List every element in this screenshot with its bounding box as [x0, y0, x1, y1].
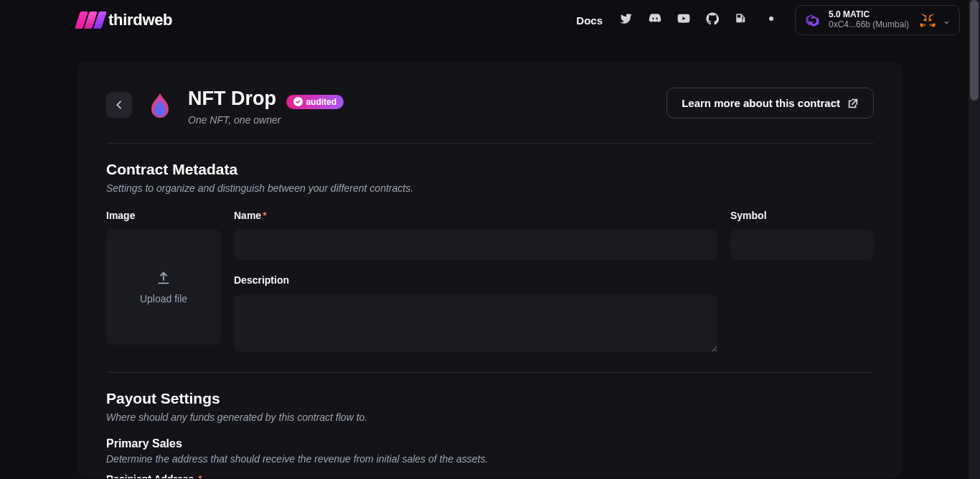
- title-row: NFT Drop audited One NFT, one owner Lear…: [106, 88, 874, 126]
- wallet-balance: 5.0 MATIC: [829, 10, 913, 20]
- description-label: Description: [234, 274, 717, 286]
- title-info: NFT Drop audited One NFT, one owner: [188, 88, 344, 126]
- check-icon: [293, 97, 303, 106]
- divider: [106, 143, 874, 144]
- metamask-icon: [920, 12, 936, 28]
- symbol-input[interactable]: [730, 230, 874, 260]
- audited-label: audited: [306, 97, 336, 107]
- discord-icon[interactable]: [649, 12, 661, 28]
- learn-more-button[interactable]: Learn more about this contract: [666, 88, 874, 118]
- symbol-label: Symbol: [730, 210, 874, 221]
- name-input[interactable]: [234, 230, 717, 260]
- upload-icon: [156, 270, 171, 286]
- symbol-column: Symbol: [730, 210, 874, 355]
- primary-sales-block: Primary Sales Determine the address that…: [106, 437, 874, 478]
- scrollbar-thumb[interactable]: [970, 0, 979, 101]
- image-column: Image Upload file: [106, 210, 221, 355]
- upload-label: Upload file: [140, 293, 187, 304]
- audited-badge: audited: [286, 95, 344, 109]
- metadata-heading: Contract Metadata: [106, 161, 874, 178]
- metadata-header: Contract Metadata Settings to organize a…: [106, 161, 874, 194]
- payout-section: Payout Settings Where should any funds g…: [106, 390, 874, 478]
- logo-mark-icon: [77, 11, 104, 29]
- image-label: Image: [106, 210, 221, 221]
- scrollbar-track[interactable]: [969, 0, 980, 479]
- github-icon[interactable]: [706, 12, 719, 28]
- brand-name: thirdweb: [108, 11, 172, 29]
- contract-title: NFT Drop: [188, 88, 276, 110]
- name-label: Name*: [234, 210, 717, 221]
- external-link-icon: [847, 98, 859, 109]
- gas-icon[interactable]: [735, 12, 748, 28]
- payout-desc: Where should any funds generated by this…: [106, 411, 874, 423]
- nav-right: Docs 5.0 MATIC 0xC4...66b (Mumbai) ⌄: [576, 5, 960, 35]
- wallet-info: 5.0 MATIC 0xC4...66b (Mumbai): [829, 10, 913, 30]
- title-left: NFT Drop audited One NFT, one owner: [106, 88, 344, 126]
- recipient-label: Recipient Address *: [106, 473, 874, 478]
- polygon-icon: [804, 14, 821, 27]
- youtube-icon[interactable]: [677, 12, 690, 28]
- contract-type-icon: [145, 90, 175, 121]
- theme-toggle-icon[interactable]: [765, 12, 778, 28]
- contract-subtitle: One NFT, one owner: [188, 114, 344, 126]
- nav-icons: [620, 12, 748, 28]
- metadata-desc: Settings to organize and distinguish bet…: [106, 182, 874, 194]
- payout-heading: Payout Settings: [106, 390, 874, 407]
- wallet-button[interactable]: 5.0 MATIC 0xC4...66b (Mumbai) ⌄: [795, 5, 960, 35]
- wallet-address: 0xC4...66b (Mumbai): [829, 20, 913, 30]
- top-header: thirdweb Docs 5.0 MATIC 0xC4...66b (Mumb…: [0, 0, 980, 40]
- upload-file-box[interactable]: Upload file: [106, 230, 221, 345]
- back-button[interactable]: [106, 92, 132, 118]
- metadata-form: Image Upload file Name* Description Symb…: [106, 210, 874, 355]
- description-input[interactable]: [234, 294, 717, 352]
- docs-link[interactable]: Docs: [576, 14, 603, 27]
- payout-header: Payout Settings Where should any funds g…: [106, 390, 874, 423]
- main-panel: NFT Drop audited One NFT, one owner Lear…: [77, 62, 903, 478]
- primary-sales-title: Primary Sales: [106, 437, 874, 450]
- svg-point-0: [769, 17, 773, 21]
- twitter-icon[interactable]: [620, 12, 633, 28]
- name-desc-column: Name* Description: [234, 210, 717, 355]
- brand-logo[interactable]: thirdweb: [77, 11, 172, 29]
- learn-more-label: Learn more about this contract: [682, 97, 840, 109]
- primary-sales-desc: Determine the address that should receiv…: [106, 453, 874, 465]
- chevron-down-icon: ⌄: [943, 15, 951, 26]
- divider: [106, 372, 874, 373]
